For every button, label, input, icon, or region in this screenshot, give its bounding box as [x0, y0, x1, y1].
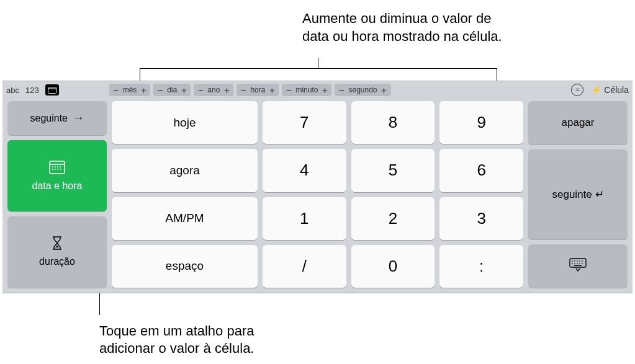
duration-button[interactable]: duração: [7, 216, 107, 288]
minus-icon[interactable]: −: [156, 86, 164, 94]
svg-rect-23: [574, 265, 582, 266]
svg-point-5: [55, 166, 56, 167]
plus-icon[interactable]: +: [222, 86, 231, 94]
svg-point-18: [572, 263, 573, 264]
key-1[interactable]: 1: [263, 197, 346, 240]
space-key[interactable]: espaço: [112, 245, 258, 288]
stepper-label: minuto: [295, 86, 318, 94]
key-6[interactable]: 6: [439, 149, 523, 192]
stepper-mes: − mês +: [109, 84, 151, 96]
center-area: hoje agora AM/PM espaço 7 8 9 4 5 6 1 2 …: [112, 101, 523, 288]
stepper-label: hora: [250, 86, 265, 94]
left-column: seguinte → data e hora duração: [7, 101, 107, 288]
svg-point-16: [579, 260, 580, 262]
shortcut-column: hoje agora AM/PM espaço: [112, 101, 258, 288]
key-8[interactable]: 8: [351, 101, 435, 144]
right-controls: = ⚡ Célula: [571, 84, 629, 96]
now-key[interactable]: agora: [112, 149, 258, 192]
svg-point-15: [577, 260, 578, 262]
duration-label: duração: [39, 256, 75, 267]
svg-point-14: [574, 260, 575, 262]
svg-point-6: [57, 166, 58, 167]
stepper-label: ano: [207, 86, 220, 94]
minus-icon[interactable]: −: [337, 86, 346, 94]
stepper-label: mês: [123, 86, 137, 94]
svg-rect-2: [50, 161, 65, 174]
calendar-icon: [49, 159, 65, 177]
svg-rect-0: [48, 87, 56, 94]
minus-icon[interactable]: −: [239, 86, 248, 94]
right-column: apagar seguinte ↵: [528, 101, 628, 288]
key-5[interactable]: 5: [351, 149, 435, 192]
datetime-label: data e hora: [32, 180, 83, 192]
minus-icon[interactable]: −: [284, 86, 293, 94]
stepper-hora: − hora +: [236, 84, 279, 96]
annotation-bottom: Toque em um atalho para adicionar o valo…: [99, 322, 310, 358]
arrow-right-icon: →: [73, 112, 84, 124]
minus-icon[interactable]: −: [196, 86, 205, 94]
next-cell-key[interactable]: seguinte ↵: [528, 149, 628, 240]
callout-line: [497, 68, 497, 82]
plus-icon[interactable]: +: [380, 86, 389, 94]
next-tab-label: seguinte: [30, 113, 68, 123]
svg-point-19: [574, 263, 575, 264]
datetime-mode-icon[interactable]: [45, 84, 59, 95]
svg-point-7: [60, 166, 61, 167]
today-key[interactable]: hoje: [112, 101, 258, 144]
formula-icon[interactable]: =: [571, 84, 583, 96]
svg-point-4: [52, 166, 53, 167]
key-colon[interactable]: :: [439, 245, 523, 288]
next-tab-button[interactable]: seguinte →: [7, 101, 107, 135]
key-7[interactable]: 7: [263, 101, 346, 144]
annotation-top: Aumente ou diminua o valor de data ou ho…: [302, 10, 513, 45]
svg-point-20: [577, 263, 578, 264]
svg-point-11: [60, 169, 61, 170]
stepper-dia: − dia +: [153, 84, 191, 96]
stepper-label: dia: [167, 86, 177, 94]
hourglass-icon: [52, 236, 63, 252]
return-icon: ↵: [595, 189, 604, 200]
svg-point-21: [579, 263, 580, 264]
key-grid: seguinte → data e hora duração hoje agor…: [7, 101, 628, 288]
key-0[interactable]: 0: [351, 245, 435, 288]
mode-abc[interactable]: abc: [6, 86, 19, 95]
plus-icon[interactable]: +: [179, 86, 188, 94]
svg-point-10: [57, 169, 58, 170]
svg-point-17: [582, 260, 583, 262]
numpad: 7 8 9 4 5 6 1 2 3 / 0 :: [263, 101, 523, 288]
stepper-ano: − ano +: [194, 84, 233, 96]
key-2[interactable]: 2: [351, 197, 435, 240]
next-cell-label: seguinte: [552, 189, 592, 200]
keyboard-icon: [569, 258, 587, 275]
datetime-button[interactable]: data e hora: [7, 140, 107, 211]
mode-switch: abc 123: [6, 84, 59, 95]
key-slash[interactable]: /: [263, 245, 346, 288]
svg-point-8: [52, 169, 53, 170]
plus-icon[interactable]: +: [139, 86, 148, 94]
svg-point-13: [572, 260, 573, 262]
keyboard-panel: abc 123 − mês + − dia + − ano +: [2, 81, 633, 293]
delete-key[interactable]: apagar: [528, 101, 628, 144]
key-3[interactable]: 3: [439, 197, 523, 240]
stepper-row: − mês + − dia + − ano + − hora + − minut: [109, 84, 391, 96]
stepper-segundo: − segundo +: [335, 84, 390, 96]
dismiss-keyboard-key[interactable]: [528, 244, 628, 288]
ampm-key[interactable]: AM/PM: [112, 197, 258, 240]
cell-button[interactable]: ⚡ Célula: [591, 85, 629, 95]
plus-icon[interactable]: +: [320, 86, 329, 94]
key-4[interactable]: 4: [263, 149, 346, 192]
key-9[interactable]: 9: [439, 101, 523, 144]
callout-line: [140, 68, 140, 82]
top-bar: abc 123 − mês + − dia + − ano +: [2, 81, 633, 99]
plus-icon[interactable]: +: [268, 86, 276, 94]
svg-point-22: [582, 263, 583, 264]
minus-icon[interactable]: −: [112, 86, 120, 94]
callout-line: [318, 58, 318, 69]
stepper-minuto: − minuto +: [282, 84, 331, 96]
cell-button-label: Célula: [604, 85, 629, 95]
stepper-label: segundo: [348, 86, 377, 94]
svg-point-9: [55, 169, 56, 170]
mode-123[interactable]: 123: [25, 86, 39, 95]
